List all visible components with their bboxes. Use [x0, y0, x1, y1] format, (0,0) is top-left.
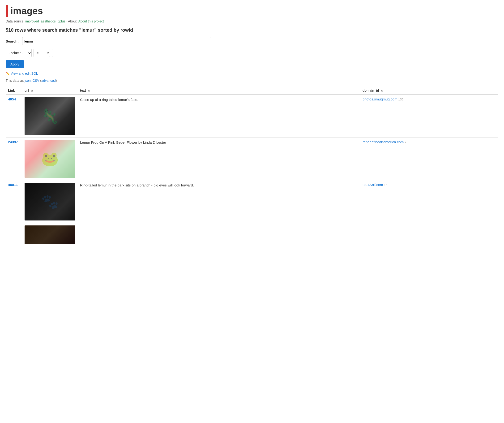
export-row: This data as json, CSV (advanced): [6, 79, 498, 82]
search-input[interactable]: [22, 37, 211, 45]
row-image: [24, 140, 75, 178]
domain-settings-icon[interactable]: ⚙: [381, 89, 383, 92]
sql-icon: ✏️: [6, 72, 10, 75]
domain-cell: photos.smugmug.com136: [360, 95, 498, 138]
table-row: 48011Ring-tailed lemur in the dark sits …: [6, 180, 498, 223]
export-prefix: This data as: [6, 79, 24, 82]
row-id-link[interactable]: 4054: [8, 97, 16, 101]
export-json-link[interactable]: json: [24, 79, 31, 82]
text-cell: Lemur Frog On A Pink Geber Flower by Lin…: [78, 138, 360, 180]
text-cell: Close up of a ring tailed lemur's face.: [78, 95, 360, 138]
url-cell: [22, 180, 78, 223]
table-row: 24397Lemur Frog On A Pink Geber Flower b…: [6, 138, 498, 180]
search-label: Search:: [6, 39, 20, 43]
brand-bar: [6, 5, 8, 17]
table-row: 4054Close up of a ring tailed lemur's fa…: [6, 95, 498, 138]
column-filter-select[interactable]: - column -: [6, 49, 32, 57]
text-cell: [78, 223, 360, 247]
domain-cell: [360, 223, 498, 247]
about-label: About:: [68, 19, 78, 23]
row-image: [24, 97, 75, 135]
text-settings-icon[interactable]: ⚙: [88, 89, 90, 92]
col-domain-id: domain_id ⚙: [360, 87, 498, 95]
domain-link[interactable]: render.fineartamerica.com: [363, 140, 404, 144]
col-text: text ⚙: [78, 87, 360, 95]
url-cell: [22, 138, 78, 180]
domain-cell: render.fineartamerica.com7: [360, 138, 498, 180]
about-link[interactable]: About this project: [78, 19, 104, 23]
export-csv-link[interactable]: CSV: [33, 79, 39, 82]
operator-filter-select[interactable]: =: [34, 49, 50, 57]
col-link: Link: [6, 87, 22, 95]
table-row: [6, 223, 498, 247]
sql-link[interactable]: ✏️ View and edit SQL: [6, 72, 38, 75]
url-cell: [22, 223, 78, 247]
datasource-line: Data source: improved_aesthetics_6plus ·…: [6, 19, 498, 23]
data-table: Link url ⚙ text ⚙ domain_id ⚙ 4054Close …: [6, 87, 498, 247]
domain-link[interactable]: photos.smugmug.com: [363, 97, 397, 101]
domain-link[interactable]: us.123rf.com: [363, 183, 383, 187]
page-header: images: [6, 5, 498, 17]
table-header-row: Link url ⚙ text ⚙ domain_id ⚙: [6, 87, 498, 95]
apply-button[interactable]: Apply: [6, 60, 24, 68]
row-image: [24, 226, 75, 244]
domain-cell: us.123rf.com16: [360, 180, 498, 223]
result-summary: 510 rows where search matches "lemur" so…: [6, 27, 498, 33]
url-cell: [22, 95, 78, 138]
datasource-label: Data source:: [6, 19, 24, 23]
search-row: Search:: [6, 37, 498, 45]
domain-count: 16: [384, 183, 387, 187]
export-advanced-link[interactable]: advanced: [41, 79, 56, 82]
datasource-link[interactable]: improved_aesthetics_6plus: [25, 19, 66, 23]
row-image: [24, 183, 75, 221]
text-cell: Ring-tailed lemur in the dark sits on a …: [78, 180, 360, 223]
url-settings-icon[interactable]: ⚙: [31, 89, 33, 92]
sql-link-row: ✏️ View and edit SQL: [6, 71, 498, 75]
domain-count: 136: [398, 98, 403, 101]
filter-row: - column - =: [6, 49, 498, 57]
page-title: images: [10, 6, 43, 16]
domain-count: 7: [405, 140, 406, 144]
col-url: url ⚙: [22, 87, 78, 95]
filter-value-input[interactable]: [52, 49, 99, 57]
row-id-link[interactable]: 24397: [8, 140, 18, 144]
row-id-link[interactable]: 48011: [8, 183, 18, 187]
